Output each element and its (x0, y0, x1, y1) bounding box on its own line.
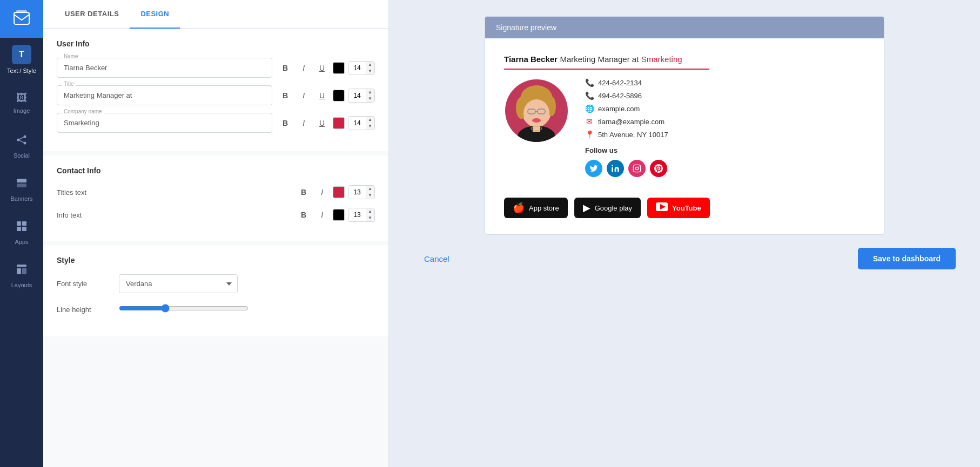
pinterest-svg (654, 164, 663, 173)
signature-card-header: Signature preview (485, 17, 884, 38)
tab-design[interactable]: DESIGN (130, 0, 180, 29)
company-size-down[interactable]: ▼ (366, 123, 374, 130)
svg-point-26 (532, 118, 541, 123)
sidebar-item-image[interactable]: 🖼 Image (0, 81, 43, 124)
titles-size-input[interactable] (348, 186, 366, 198)
font-style-label: Font style (57, 280, 111, 288)
address-text: 5th Avenue, NY 10017 (598, 131, 668, 139)
company-bold-btn[interactable]: B (278, 116, 293, 131)
cancel-button[interactable]: Cancel (413, 249, 460, 269)
sidebar-item-banners[interactable]: Banners (0, 167, 43, 211)
svg-point-33 (639, 166, 639, 167)
title-italic-btn[interactable]: I (296, 88, 311, 103)
name-size-arrows: ▲ ▼ (366, 62, 374, 75)
titles-text-label: Titles text (57, 188, 111, 197)
email-row: ✉ tiarna@example.com (585, 117, 668, 126)
name-size-up[interactable]: ▲ (366, 62, 374, 68)
company-size-input[interactable] (348, 117, 366, 129)
sidebar-item-apps[interactable]: Apps (0, 211, 43, 254)
titles-italic-btn[interactable]: I (314, 185, 330, 200)
line-height-slider[interactable] (119, 304, 249, 313)
info-italic-btn[interactable]: I (314, 207, 330, 222)
linkedin-icon[interactable] (607, 160, 624, 177)
youtube-svg (656, 202, 668, 211)
main-panel: USER DETAILS DESIGN User Info Name B I U (43, 0, 389, 467)
font-style-select[interactable]: Verdana Arial Georgia Times New Roman He… (119, 274, 238, 293)
googleplay-icon: ▶ (583, 202, 590, 214)
sidebar-item-label: Text / Style (7, 67, 36, 74)
company-size-spinner: ▲ ▼ (348, 116, 375, 130)
company-size-up[interactable]: ▲ (366, 117, 374, 123)
title-size-up[interactable]: ▲ (366, 89, 374, 96)
pinterest-icon[interactable] (650, 160, 667, 177)
name-underline-btn[interactable]: U (314, 60, 330, 76)
svg-point-4 (24, 141, 26, 144)
info-size-up[interactable]: ▲ (366, 208, 374, 215)
svg-rect-10 (22, 221, 26, 226)
sidebar-item-text-style[interactable]: T Text / Style (0, 38, 43, 81)
name-input[interactable] (57, 58, 272, 78)
title-size-input[interactable] (348, 90, 366, 101)
name-size-down[interactable]: ▼ (366, 68, 374, 75)
name-bold-btn[interactable]: B (278, 60, 293, 76)
titles-bold-btn[interactable]: B (296, 185, 311, 200)
svg-line-5 (19, 137, 23, 139)
youtube-badge[interactable]: YouTube (647, 198, 710, 218)
title-size-down[interactable]: ▼ (366, 96, 374, 102)
svg-rect-31 (633, 165, 640, 172)
sidebar-logo[interactable] (0, 0, 43, 38)
info-color-swatch[interactable] (333, 209, 345, 221)
info-size-input[interactable] (348, 209, 366, 221)
sidebar-item-label: Banners (11, 195, 33, 202)
titles-size-arrows: ▲ ▼ (366, 186, 374, 199)
svg-point-32 (635, 167, 638, 170)
linkedin-svg (611, 164, 620, 173)
follow-label: Follow us (585, 146, 668, 154)
googleplay-badge[interactable]: ▶ Google play (574, 198, 641, 218)
banner-svg (15, 177, 28, 189)
name-label: Name (62, 53, 80, 59)
name-italic-btn[interactable]: I (296, 60, 311, 76)
save-button[interactable]: Save to dashboard (858, 248, 956, 269)
contact-info-title: Contact Info (57, 166, 375, 175)
signature-name-line: Tiarna Becker Marketing Manager at Smark… (504, 55, 865, 70)
logo-icon (12, 9, 31, 29)
title-input[interactable] (57, 85, 272, 105)
svg-rect-1 (16, 10, 27, 12)
sig-title: Marketing Manager at (560, 55, 639, 64)
preview-area: Signature preview Tiarna Becker Marketin… (389, 0, 980, 467)
info-format-group: B I ▲ ▼ (296, 207, 375, 222)
svg-rect-7 (17, 179, 26, 182)
panel-content[interactable]: User Info Name B I U ▲ ▼ (43, 29, 388, 467)
svg-rect-13 (17, 265, 26, 267)
youtube-icon (656, 202, 668, 214)
title-bold-btn[interactable]: B (278, 88, 293, 103)
company-input[interactable] (57, 113, 272, 133)
titles-size-up[interactable]: ▲ (366, 186, 374, 192)
titles-size-down[interactable]: ▼ (366, 192, 374, 199)
name-size-input[interactable] (348, 62, 366, 74)
info-bold-btn[interactable]: B (296, 207, 311, 222)
signature-card: Signature preview Tiarna Becker Marketin… (485, 16, 884, 235)
app-badges: 🍎 App store ▶ Google play YouTube (504, 198, 865, 218)
instagram-icon[interactable] (628, 160, 646, 177)
phone1-text: 424-642-2134 (598, 79, 642, 87)
company-italic-btn[interactable]: I (296, 116, 311, 131)
company-underline-btn[interactable]: U (314, 116, 330, 131)
titles-color-swatch[interactable] (333, 186, 345, 198)
company-format-group: B I U ▲ ▼ (278, 116, 375, 131)
title-label: Title (62, 81, 76, 87)
title-underline-btn[interactable]: U (314, 88, 330, 103)
title-color-swatch[interactable] (333, 90, 345, 101)
svg-rect-14 (17, 268, 21, 274)
info-size-down[interactable]: ▼ (366, 215, 374, 221)
name-form-row: Name B I U ▲ ▼ (57, 58, 375, 78)
company-color-swatch[interactable] (333, 117, 345, 129)
titles-size-spinner: ▲ ▼ (348, 185, 375, 199)
sidebar-item-layouts[interactable]: Layouts (0, 254, 43, 297)
sidebar-item-social[interactable]: Social (0, 124, 43, 167)
tab-user-details[interactable]: USER DETAILS (54, 0, 130, 29)
appstore-badge[interactable]: 🍎 App store (504, 198, 568, 218)
twitter-icon[interactable] (585, 160, 602, 177)
name-color-swatch[interactable] (333, 62, 345, 74)
